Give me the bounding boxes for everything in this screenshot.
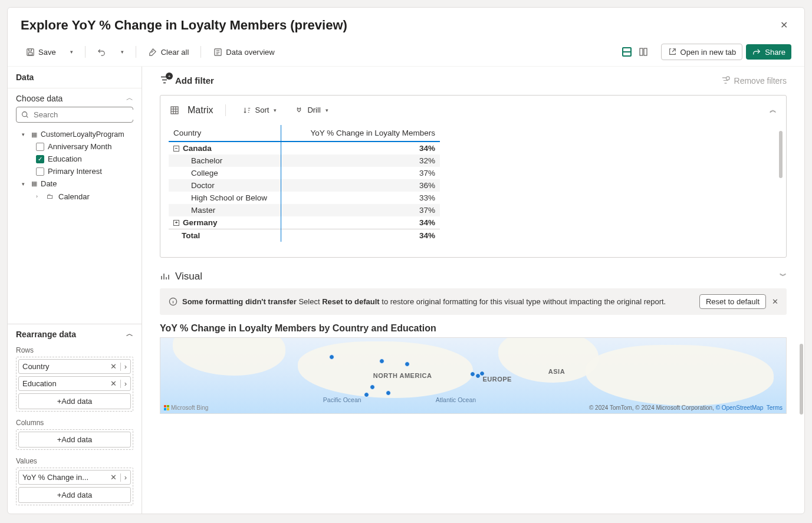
svg-rect-5 [640,48,643,55]
matrix-col-country[interactable]: Country [169,125,281,142]
matrix-table: Country YoY % Change in Loyalty Members … [169,125,440,242]
table-row[interactable]: Master37% [169,204,440,216]
table-customer-loyalty[interactable]: ▾ ▦ CustomerLoyaltyProgram [14,129,136,140]
svg-rect-4 [623,52,630,55]
search-icon [21,110,29,120]
terms-link[interactable]: Terms [767,404,783,411]
remove-icon[interactable]: ✕ [110,379,117,388]
columns-well[interactable]: +Add data [16,429,133,450]
chevron-up-icon[interactable]: ︿ [126,93,133,103]
expand-down-icon[interactable]: ︾ [780,271,787,281]
map-point[interactable] [386,390,391,396]
checkbox[interactable] [36,143,44,151]
map-visual[interactable]: NORTH AMERICA EUROPE ASIA Pacific Ocean … [160,337,787,414]
chevron-right-icon[interactable]: › [124,379,127,388]
data-panel: Data Choose data ︿ ▾ ▦ CustomerLoyaltyPr… [8,67,142,514]
add-filter-button[interactable]: + Add filter [160,75,214,87]
collapse-up-icon[interactable]: ︽ [770,105,777,115]
data-overview-icon [213,47,222,57]
table-row[interactable]: Bachelor32% [169,154,440,167]
close-icon[interactable]: ✕ [777,16,791,34]
folder-calendar[interactable]: › 🗀 Calendar [14,190,136,203]
data-overview-label: Data overview [226,48,274,57]
field-primary-interest[interactable]: Primary Interest [14,165,136,177]
columns-label: Columns [8,415,142,429]
table-row[interactable]: +Germany34% [169,216,440,229]
open-in-new-tab-button[interactable]: Open in new tab [661,44,743,60]
remove-icon[interactable]: ✕ [110,362,117,371]
table-icon: ▦ [31,131,37,139]
open-new-tab-label: Open in new tab [680,48,737,57]
layout-stacked-toggle[interactable] [622,47,632,57]
svg-point-7 [22,112,27,117]
undo-dropdown[interactable]: ▾ [115,46,129,58]
sort-icon [242,106,252,115]
chevron-right-icon[interactable]: › [124,362,127,371]
table-date[interactable]: ▾ ▦ Date [14,177,136,190]
eraser-icon [148,47,157,57]
rearrange-header[interactable]: Rearrange data ︿ [8,324,142,343]
row-chip-country[interactable]: Country ✕› [18,359,131,374]
rows-well[interactable]: Country ✕› Education ✕› +Add data [16,357,133,412]
share-label: Share [765,48,785,57]
search-input[interactable] [16,107,133,123]
matrix-title: Matrix [188,105,213,116]
save-dropdown[interactable]: ▾ [64,46,78,58]
share-icon [752,47,761,57]
matrix-scrollbar[interactable] [779,131,783,178]
matrix-col-measure[interactable]: YoY % Change in Loyalty Members [281,125,440,142]
layout-side-toggle[interactable] [639,47,648,57]
choose-data-header[interactable]: Choose data ︿ [8,88,142,107]
explore-dialog: Explore YoY % Change in Loyalty Members … [7,7,805,514]
chevron-right-icon[interactable]: › [124,473,127,482]
add-data-columns[interactable]: +Add data [18,432,131,448]
svg-rect-1 [28,52,32,55]
value-chip-yoy[interactable]: YoY % Change in... ✕› [18,470,131,485]
expand-icon[interactable]: + [173,220,179,226]
checkbox[interactable] [36,167,44,176]
map-label-pacific: Pacific Ocean [323,396,361,403]
reset-to-default-button[interactable]: Reset to default [699,294,766,309]
table-row[interactable]: Doctor36% [169,179,440,192]
drill-button[interactable]: Drill▾ [290,103,333,118]
matrix-icon [170,106,179,115]
chevron-up-icon[interactable]: ︿ [126,329,133,339]
sort-button[interactable]: Sort▾ [238,103,282,118]
map-point[interactable] [364,392,369,397]
save-icon [25,47,35,57]
table-row[interactable]: −Canada34% [169,142,440,154]
map-label-asia: ASIA [548,368,565,375]
table-icon: ▦ [31,180,37,188]
info-icon [168,297,177,306]
dismiss-banner-icon[interactable]: ✕ [772,297,778,306]
main-canvas: + Add filter Remove filters Matrix [142,67,804,514]
row-chip-education[interactable]: Education ✕› [18,376,131,391]
map-point[interactable] [470,371,475,377]
remove-filters-button[interactable]: Remove filters [721,76,787,85]
filter-count-badge: + [166,73,173,80]
formatting-warning-banner: Some formatting didn't transfer Select R… [160,288,787,315]
clear-all-label: Clear all [161,48,189,57]
checkbox-checked[interactable] [36,155,44,163]
table-row[interactable]: College37% [169,167,440,179]
field-anniversary-month[interactable]: Anniversary Month [14,140,136,153]
clear-all-button[interactable]: Clear all [143,44,194,60]
collapse-icon[interactable]: − [173,146,179,152]
folder-icon: 🗀 [45,192,55,201]
undo-button[interactable] [93,44,111,60]
osm-link[interactable]: © OpenStreetMap [716,404,764,411]
share-button[interactable]: Share [746,44,791,60]
search-field[interactable] [32,110,134,120]
filter-bar: + Add filter Remove filters [142,67,804,95]
remove-icon[interactable]: ✕ [110,473,117,482]
table-row[interactable]: High School or Below33% [169,192,440,204]
field-education[interactable]: Education [14,153,136,165]
command-bar: Save ▾ ▾ Clear all Data overview Ope [8,40,804,67]
main-scrollbar[interactable] [800,344,803,415]
data-overview-button[interactable]: Data overview [208,44,279,60]
save-button[interactable]: Save [21,44,61,60]
add-data-values[interactable]: +Add data [18,487,131,503]
visual-chart-title: YoY % Change in Loyalty Members by Count… [142,321,804,337]
add-data-rows[interactable]: +Add data [18,393,131,409]
values-well[interactable]: YoY % Change in... ✕› +Add data [16,468,133,505]
